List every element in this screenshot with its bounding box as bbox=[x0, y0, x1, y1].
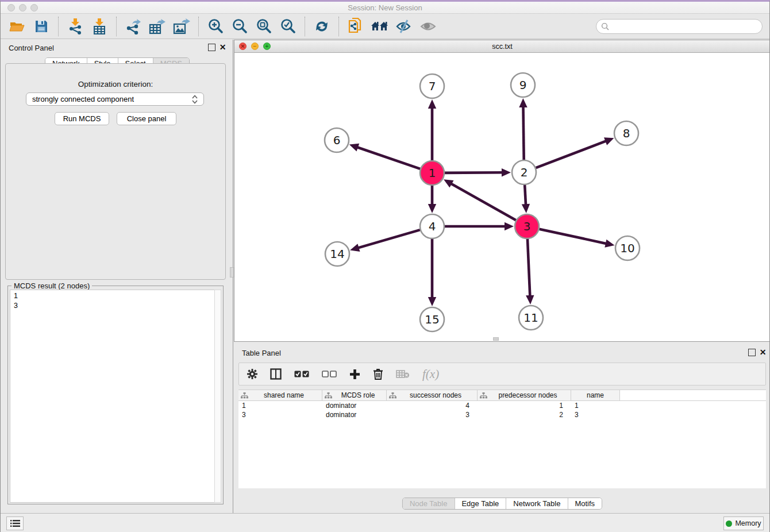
import-network-button[interactable] bbox=[64, 16, 87, 37]
column-type-icon bbox=[325, 392, 332, 399]
graph-edge-4-14[interactable] bbox=[358, 230, 420, 248]
add-column-button[interactable] bbox=[349, 369, 360, 380]
table-cell[interactable]: 3 bbox=[571, 410, 620, 419]
network-view-window: ✕ − + scc.txt 1234678910111415 bbox=[234, 40, 770, 342]
deselect-all-button[interactable] bbox=[322, 371, 337, 377]
close-panel-icon[interactable]: ✕ bbox=[219, 44, 226, 51]
refresh-icon bbox=[314, 19, 329, 34]
mcds-result-title: MCDS result (2 nodes) bbox=[11, 282, 92, 290]
gear-icon bbox=[247, 369, 257, 379]
column-header-successor-nodes[interactable]: successor nodes bbox=[387, 390, 478, 400]
control-panel-title: Control Panel bbox=[9, 44, 54, 52]
graph-edge-2-9[interactable] bbox=[523, 106, 523, 160]
zoom-out-button[interactable] bbox=[228, 16, 251, 37]
graph-node-label: 2 bbox=[521, 165, 528, 179]
table-settings-button[interactable] bbox=[247, 369, 257, 379]
column-header-predecessor-nodes[interactable]: predecessor nodes bbox=[478, 390, 571, 400]
table-row[interactable]: 3dominator323 bbox=[238, 410, 766, 419]
status-bar: Memory bbox=[1, 513, 769, 532]
table-cell[interactable]: 3 bbox=[238, 410, 322, 419]
close-panel-button[interactable]: Close panel bbox=[117, 112, 176, 125]
network-canvas[interactable]: 1234678910111415 bbox=[234, 53, 770, 341]
search-input[interactable] bbox=[611, 22, 762, 31]
column-header-name[interactable]: name bbox=[571, 390, 620, 400]
vertical-splitter-handle[interactable] bbox=[230, 267, 234, 277]
control-panel: Control Panel ✕ Network Style Select MCD… bbox=[1, 40, 230, 513]
function-builder-button[interactable]: f(x) bbox=[422, 367, 439, 381]
graph-edge-2-8[interactable] bbox=[536, 141, 607, 168]
table-panel: Table Panel ✕ bbox=[234, 345, 770, 512]
network-splitter-handle[interactable] bbox=[493, 337, 499, 341]
show-columns-button[interactable] bbox=[270, 368, 282, 380]
save-session-button[interactable] bbox=[30, 16, 53, 37]
graph-node-label: 4 bbox=[429, 219, 436, 233]
delete-column-button[interactable] bbox=[373, 368, 383, 380]
table-cell[interactable]: 1 bbox=[478, 401, 571, 410]
trash-icon bbox=[373, 368, 383, 380]
import-network-icon bbox=[68, 18, 83, 34]
graph-edge-3-11[interactable] bbox=[528, 239, 530, 296]
show-networks-button[interactable] bbox=[368, 16, 391, 37]
column-header-shared-name[interactable]: shared name bbox=[238, 390, 322, 400]
zoom-in-button[interactable] bbox=[204, 16, 227, 37]
table-cell[interactable]: dominator bbox=[322, 401, 387, 410]
table-cell[interactable]: 4 bbox=[387, 401, 478, 410]
column-header-MCDS-role[interactable]: MCDS role bbox=[322, 390, 387, 400]
graph-edge-1-2[interactable] bbox=[445, 172, 503, 173]
zoom-in-icon bbox=[207, 18, 224, 34]
export-image-button[interactable] bbox=[170, 16, 193, 37]
titlebar: Session: New Session bbox=[1, 2, 769, 13]
graph-edge-3-1[interactable] bbox=[451, 183, 516, 220]
graph-edge-arrowhead bbox=[505, 222, 514, 230]
zoom-selected-button[interactable] bbox=[276, 16, 299, 37]
open-session-button[interactable] bbox=[6, 16, 29, 37]
zoom-fit-button[interactable] bbox=[252, 16, 275, 37]
table-row[interactable]: 1dominator411 bbox=[238, 401, 766, 410]
show-all-button[interactable] bbox=[417, 16, 440, 37]
graph-node-label: 6 bbox=[333, 133, 341, 147]
import-table-button[interactable] bbox=[88, 16, 111, 37]
network-window-title: scc.txt bbox=[234, 43, 770, 51]
table-cell[interactable]: 1 bbox=[571, 401, 620, 410]
tab-network-table[interactable]: Network Table bbox=[506, 498, 567, 509]
graph-edge-3-10[interactable] bbox=[539, 229, 606, 244]
export-table-button[interactable] bbox=[146, 16, 169, 37]
graph-edge-1-6[interactable] bbox=[357, 147, 420, 169]
table-cell[interactable]: dominator bbox=[322, 410, 387, 419]
run-mcds-button[interactable]: Run MCDS bbox=[55, 112, 109, 125]
tab-motifs[interactable]: Motifs bbox=[567, 498, 602, 509]
memory-label: Memory bbox=[735, 519, 761, 527]
mcds-result-list[interactable]: 13 bbox=[10, 290, 215, 503]
float-table-panel-icon[interactable] bbox=[748, 349, 756, 356]
select-all-button[interactable] bbox=[294, 371, 309, 377]
tab-edge-table[interactable]: Edge Table bbox=[454, 498, 506, 509]
network-window-titlebar[interactable]: ✕ − + scc.txt bbox=[234, 40, 770, 53]
tab-node-table[interactable]: Node Table bbox=[403, 498, 455, 509]
table-cell[interactable]: 1 bbox=[238, 401, 322, 410]
memory-button[interactable]: Memory bbox=[723, 516, 764, 530]
memory-status-icon bbox=[726, 521, 732, 527]
zoom-selected-icon bbox=[280, 18, 296, 34]
toolbar-separator bbox=[198, 17, 199, 36]
delete-table-button[interactable] bbox=[396, 369, 410, 379]
close-table-panel-icon[interactable]: ✕ bbox=[759, 349, 767, 356]
task-history-button[interactable] bbox=[6, 516, 24, 530]
refresh-view-button[interactable] bbox=[310, 16, 333, 37]
save-icon bbox=[34, 20, 48, 33]
table-header-row: shared nameMCDS rolesuccessor nodesprede… bbox=[238, 390, 766, 401]
result-scrollbar[interactable] bbox=[214, 290, 221, 503]
clone-network-button[interactable] bbox=[344, 16, 367, 37]
hide-selected-button[interactable] bbox=[392, 16, 415, 37]
graph-edge-2-3[interactable] bbox=[525, 185, 526, 205]
search-box bbox=[596, 19, 763, 34]
table-cell[interactable]: 2 bbox=[478, 410, 571, 419]
result-item[interactable]: 1 bbox=[14, 291, 211, 301]
table-cell[interactable]: 3 bbox=[387, 410, 478, 419]
export-network-button[interactable] bbox=[122, 16, 145, 37]
criterion-select[interactable]: strongly connected component bbox=[26, 92, 204, 106]
table-toolbar: f(x) bbox=[238, 363, 766, 385]
result-item[interactable]: 3 bbox=[14, 301, 211, 311]
graph-edge-arrowhead bbox=[604, 137, 614, 145]
select-stepper-icon bbox=[192, 95, 198, 104]
float-panel-icon[interactable] bbox=[208, 44, 215, 51]
